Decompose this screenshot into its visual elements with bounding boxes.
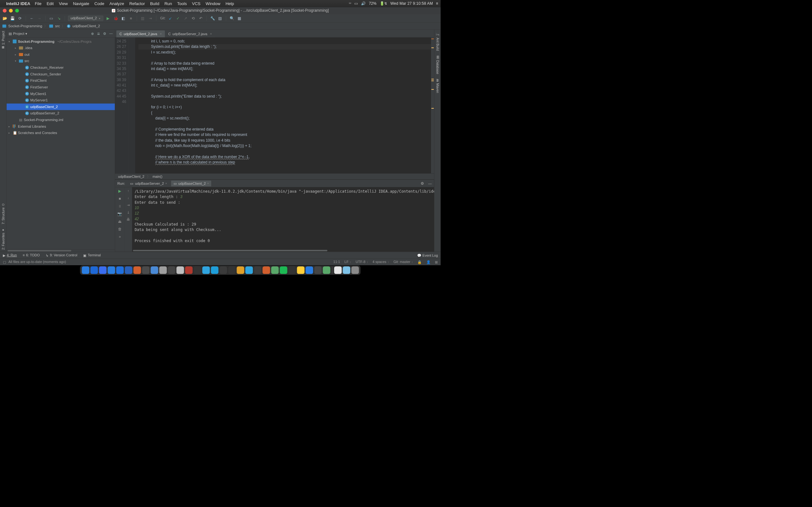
debug-icon[interactable]: 🐞 bbox=[113, 15, 118, 21]
dock-app-18[interactable] bbox=[237, 267, 244, 274]
breadcrumb-root[interactable]: Socket-Programming bbox=[8, 24, 42, 28]
collapse-icon[interactable]: ⇊ bbox=[97, 32, 100, 36]
run-icon[interactable]: ▶ bbox=[105, 15, 111, 21]
close-tab-icon[interactable]: × bbox=[210, 32, 212, 36]
menu-help[interactable]: Help bbox=[225, 1, 234, 6]
tree-root[interactable]: ▾Socket-Programming~/Codes/Java-Progra bbox=[7, 38, 115, 45]
menu-code[interactable]: Code bbox=[95, 1, 104, 6]
forward-icon[interactable]: → bbox=[37, 15, 42, 21]
maven-tool-button[interactable]: mMaven bbox=[436, 79, 439, 93]
wifi-icon[interactable]: ⌔ bbox=[349, 1, 351, 6]
run-settings-icon[interactable]: ⚙ bbox=[420, 181, 424, 186]
dock-app-20[interactable] bbox=[254, 267, 261, 274]
settings-gear-icon[interactable]: ⚙ bbox=[103, 32, 106, 36]
dock-app-12[interactable] bbox=[185, 267, 193, 274]
back-icon[interactable]: ← bbox=[29, 15, 35, 21]
editor-tab-1[interactable]: CudpBaseClient_2.java× bbox=[116, 31, 165, 38]
editor-content[interactable]: int i, l, sum = 0, nob; System.out.print… bbox=[135, 38, 434, 173]
pause-icon[interactable]: ⏸ bbox=[118, 204, 122, 209]
project-view-selector[interactable]: ▤ Project ▾ bbox=[9, 32, 27, 36]
window-minimize-button[interactable] bbox=[9, 9, 13, 13]
settings-icon[interactable]: 🔧 bbox=[210, 15, 215, 21]
dock-app-9[interactable] bbox=[159, 267, 167, 274]
git-commit-icon[interactable]: ✓ bbox=[175, 15, 181, 21]
tree-external-libraries[interactable]: ▸External Libraries bbox=[7, 123, 115, 130]
dock-app-14[interactable] bbox=[202, 267, 210, 274]
menu-refactor[interactable]: Refactor bbox=[130, 1, 145, 6]
build-icon[interactable]: ▭ bbox=[49, 15, 54, 21]
menubar-clock[interactable]: Wed Mar 27 9:10:58 AM bbox=[391, 1, 433, 6]
file-encoding[interactable]: UTF-8 bbox=[356, 260, 368, 264]
volume-icon[interactable]: 🔊 bbox=[361, 1, 366, 6]
dock-app-7[interactable] bbox=[142, 267, 150, 274]
dock-app-19[interactable] bbox=[245, 267, 253, 274]
editor-tab-2[interactable]: CudpBaseServer_2.java× bbox=[165, 31, 215, 38]
project-tree[interactable]: ▾Socket-Programming~/Codes/Java-Progra ▸… bbox=[7, 38, 115, 249]
scroll-end-icon[interactable]: ⤓ bbox=[127, 210, 130, 215]
dock-app-0[interactable] bbox=[82, 267, 90, 274]
editor-fold-gutter[interactable] bbox=[129, 38, 135, 173]
project-structure-icon[interactable]: ▤ bbox=[217, 15, 223, 21]
terminal-tool-button[interactable]: ▣ Terminal bbox=[83, 253, 101, 257]
hide-tool-icon[interactable]: — bbox=[109, 32, 113, 36]
macos-dock[interactable] bbox=[80, 266, 361, 275]
git-revert-icon[interactable]: ↶ bbox=[198, 15, 203, 21]
editor-gutter[interactable]: 24 25 26 27 28 29 30 31 32 33 34 35 36 3… bbox=[115, 38, 129, 173]
soft-wrap-icon[interactable]: ⇥ bbox=[127, 203, 130, 207]
dock-app-17[interactable] bbox=[228, 267, 236, 274]
tree-file-udpBaseServer_2[interactable]: CudpBaseServer_2 bbox=[7, 110, 115, 117]
window-zoom-button[interactable] bbox=[15, 9, 19, 13]
menu-extra-icon[interactable]: ≡ bbox=[436, 1, 438, 6]
more-icon[interactable]: » bbox=[119, 234, 121, 239]
run-console[interactable]: /Library/Java/JavaVirtualMachines/jdk-11… bbox=[132, 187, 434, 252]
sync-icon[interactable]: ⟳ bbox=[17, 15, 22, 21]
dump-icon[interactable]: 📷 bbox=[117, 212, 122, 216]
dock-app-6[interactable] bbox=[134, 267, 141, 274]
tree-file-MyClient1[interactable]: CMyClient1 bbox=[7, 90, 115, 97]
attach-icon[interactable]: ⇥ bbox=[148, 15, 153, 21]
tool-windows-icon[interactable]: ▢ bbox=[3, 260, 6, 264]
git-update-icon[interactable]: ↙ bbox=[167, 15, 173, 21]
close-icon[interactable]: × bbox=[207, 182, 209, 185]
locate-icon[interactable]: ⊕ bbox=[91, 32, 94, 36]
up-icon[interactable]: ↑ bbox=[128, 189, 129, 193]
tree-folder-idea[interactable]: ▸.idea bbox=[7, 45, 115, 51]
tree-file-Checksum_Receiver[interactable]: CChecksum_Receiver bbox=[7, 64, 115, 71]
dock-app-16[interactable] bbox=[219, 267, 227, 274]
menu-window[interactable]: Window bbox=[206, 1, 220, 6]
exit-icon[interactable]: ⏏ bbox=[118, 219, 121, 224]
menu-tools[interactable]: Tools bbox=[177, 1, 187, 6]
tree-file-udpBaseClient_2[interactable]: CudpBaseClient_2 bbox=[7, 104, 115, 110]
run-tab-2[interactable]: ▭ udpBaseClient_2 × bbox=[171, 181, 211, 186]
dock-app-22[interactable] bbox=[271, 267, 279, 274]
stop-icon[interactable]: ■ bbox=[119, 196, 121, 201]
run-configuration-selector[interactable]: udpBaseClient_2 bbox=[68, 15, 103, 21]
stop-icon[interactable]: ■ bbox=[128, 15, 134, 21]
dock-app-31[interactable] bbox=[351, 267, 359, 274]
open-icon[interactable]: 📂 bbox=[2, 15, 8, 21]
event-log-button[interactable]: 💬 Event Log bbox=[417, 253, 438, 257]
git-push-icon[interactable]: ↗ bbox=[183, 15, 188, 21]
project-tool-button[interactable]: ▦1: Project bbox=[1, 31, 5, 49]
dock-app-27[interactable] bbox=[314, 267, 322, 274]
console-hscrollbar[interactable] bbox=[132, 249, 434, 252]
dock-app-1[interactable] bbox=[90, 267, 98, 274]
tree-iml-file[interactable]: ▤Socket-Programming.iml bbox=[7, 117, 115, 123]
line-separator[interactable]: LF bbox=[345, 260, 351, 264]
tree-file-FirstServer[interactable]: CFirstServer bbox=[7, 84, 115, 91]
menu-build[interactable]: Build bbox=[150, 1, 159, 6]
database-tool-button[interactable]: 🗄Database bbox=[436, 55, 439, 74]
coverage-icon[interactable]: ◧ bbox=[120, 15, 126, 21]
search-everywhere-icon[interactable]: 🔍 bbox=[229, 15, 235, 21]
lock-icon[interactable]: 🔒 bbox=[417, 260, 422, 264]
dock-app-2[interactable] bbox=[99, 267, 107, 274]
window-close-button[interactable] bbox=[3, 9, 7, 13]
print-icon[interactable]: 🖶 bbox=[126, 218, 130, 222]
dock-app-11[interactable] bbox=[176, 267, 184, 274]
control-center-icon[interactable]: ▭ bbox=[354, 1, 358, 6]
dock-app-13[interactable] bbox=[194, 267, 201, 274]
run-tab-1[interactable]: ▭ udpBaseServer_2 × bbox=[128, 181, 169, 186]
menu-edit[interactable]: Edit bbox=[47, 1, 54, 6]
menu-navigate[interactable]: Navigate bbox=[73, 1, 89, 6]
tree-file-FirstClient[interactable]: CFirstClient bbox=[7, 77, 115, 84]
